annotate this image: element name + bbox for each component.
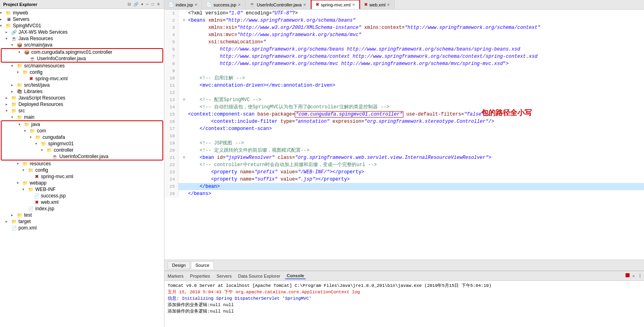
console-tab-data-source-explorer[interactable]: Data Source Explorer [237,273,282,279]
panel-title: Project Explorer [3,2,37,7]
expand-arrow[interactable]: ▾ [11,115,16,119]
tree-item-webinf[interactable]: ▾📁WEB-INF [0,186,164,193]
expand-arrow[interactable]: ▾ [6,109,10,113]
tree-item-label: main [24,114,34,120]
expand-arrow[interactable]: ▾ [24,129,29,133]
tree-item-webapp[interactable]: ▾📁webapp [0,180,164,186]
tree-item-java[interactable]: ▾📁java [2,121,162,128]
expand-arrow[interactable]: ▾ [35,142,40,146]
expand-arrow[interactable]: ▸ [6,30,10,34]
expand-arrow[interactable]: ▾ [18,122,23,126]
scroll-lock-icon[interactable]: | [638,273,642,279]
expand-arrow[interactable]: ▾ [17,162,22,166]
code-line-16: 16 <context:include-filter type="annotat… [164,118,644,125]
tab-web-xml[interactable]: ✖web.xml✕ [360,0,395,9]
tree-item-successjsp[interactable]: 📄success.jsp [0,193,164,199]
expand-arrow[interactable]: ▸ [6,102,10,106]
tree-item-myweb[interactable]: ▾📁myweb [0,10,164,16]
tab-spring-mvc-xml[interactable]: ✖spring-mvc.xml✕ [311,0,360,9]
clear-console-icon[interactable]: ✕ [631,273,636,279]
tree-item-resources[interactable]: ▾📁resources [0,160,164,167]
tree-item-srcmainjava[interactable]: ▾📦src/main/java [0,42,164,48]
console-tab-properties[interactable]: Properties [188,273,212,279]
tab-close-button[interactable]: ✕ [303,3,306,7]
expand-arrow[interactable]: ▸ [6,96,10,100]
tree-item-indexjsp[interactable]: 📄index.jsp [0,205,164,212]
tree-item-pomxml[interactable]: 📄pom.xml [0,225,164,231]
tree-item-target[interactable]: ▸📁target [0,218,164,225]
tree-item-springmvcxml2[interactable]: ✖spring-mvc.xml [0,173,164,180]
editor-panel: 📄index.jsp✕📄success.jsp✕☕UserInfoControl… [164,0,644,327]
tree-item-icon: ✖ [33,174,40,179]
collapse-all-icon[interactable]: ⊟ [127,2,132,7]
maximize-icon[interactable]: □ [151,2,155,7]
tree-item-src[interactable]: ▾📁src [0,108,164,114]
tree-item-springmvc01[interactable]: ▾📁SpingMVC01 [0,22,164,29]
tree-item-deployedresources[interactable]: ▸📁Deployed Resources [0,101,164,108]
tree-item-libraries[interactable]: ▸📚Libraries [0,88,164,95]
expand-arrow[interactable]: ▸ [0,17,5,21]
tree-item-label: WEB-INF [35,187,56,192]
tree-item-userinfocontroller[interactable]: ☕UserInfoController.java [2,55,162,62]
line-content-13: <!-- 配置SpringMVC --> [186,96,644,104]
expand-arrow[interactable]: ▾ [6,37,10,41]
tab-index-jsp[interactable]: 📄index.jsp✕ [164,0,202,9]
tree-item-icon: 🖥 [5,17,12,22]
tab-close-button[interactable]: ✕ [194,3,198,7]
tree-item-cungudafa[interactable]: ▾📁cungudafa [2,134,162,140]
line-number-11: 11 [164,82,178,89]
expand-arrow[interactable]: ▾ [17,181,22,185]
tab-userinfo-java[interactable]: ☕UserInfoController.java✕ [245,0,311,9]
expand-arrow[interactable]: ▾ [30,135,34,139]
tree-item-label: Java Resources [18,36,53,41]
tree-item-servers[interactable]: ▸🖥Servers [0,16,164,22]
design-tab-source[interactable]: Source [191,261,214,269]
tree-item-spingmvc01[interactable]: ▾📁spingmvc01 [2,140,162,147]
tree-item-controller-pkg[interactable]: ▾📦com.cungudafa.spingmvc01.controller [2,49,162,55]
tree-item-javaresources[interactable]: ▾☕Java Resources [0,35,164,42]
code-line-2: 2⊖<beans xmlns="http://www.springframewo… [164,17,644,24]
tree-item-srctestjava[interactable]: ▸📁src/test/java [0,82,164,88]
stop-icon[interactable] [626,273,630,277]
tree-item-config1[interactable]: ▾📁config [0,69,164,75]
close-icon[interactable]: ✕ [156,2,161,7]
line-number-24: 24 [164,176,178,183]
expand-arrow[interactable]: ▾ [11,43,16,47]
tree-item-webxml[interactable]: ✖web.xml [0,199,164,205]
expand-arrow[interactable]: ▸ [11,89,16,93]
tree-item-controller2[interactable]: ▾📁controller [2,147,162,153]
tree-item-label: UserInfoController.java [59,154,108,159]
expand-arrow[interactable]: ▾ [0,11,5,15]
tab-close-button[interactable]: ✕ [387,3,390,7]
tree-item-srcmainresources[interactable]: ▾📁src/main/resources [0,63,164,69]
expand-arrow[interactable]: ▾ [18,50,23,54]
tree-item-userinfocontroller2[interactable]: ☕UserInfoController.java [2,153,162,160]
expand-arrow[interactable]: ▾ [17,70,22,74]
code-editor[interactable]: 1<?xml version="1.0" encoding="UTF-8"?>2… [164,10,644,260]
tree-item-main[interactable]: ▾📁main [0,114,164,120]
tree-item-springmvcxml1[interactable]: ✖spring-mvc.xml [0,75,164,82]
tree-item-config2[interactable]: ▾📁config [0,167,164,173]
expand-arrow[interactable]: ▸ [11,83,16,87]
expand-arrow[interactable]: ▾ [22,187,27,191]
tree-item-jaxws[interactable]: ▸🔗JAX-WS Web Services [0,29,164,35]
expand-arrow[interactable]: ▾ [41,148,46,152]
expand-arrow[interactable]: ▾ [11,64,16,68]
menu-icon[interactable]: ▾ [140,2,144,7]
expand-arrow[interactable]: ▾ [0,24,5,28]
console-tab-console[interactable]: Console [285,273,306,279]
expand-arrow[interactable]: ▾ [22,168,27,172]
link-with-editor-icon[interactable]: 🔗 [133,2,139,7]
tab-close-button[interactable]: ✕ [238,3,241,7]
expand-arrow[interactable]: ▸ [11,213,16,217]
expand-arrow[interactable]: ▸ [6,219,10,223]
tree-item-test[interactable]: ▸📁test [0,212,164,218]
tab-success-jsp[interactable]: 📄success.jsp✕ [202,0,245,9]
tree-item-com[interactable]: ▾📁com [2,128,162,134]
console-tab-servers[interactable]: Servers [215,273,233,279]
tree-item-jsresources[interactable]: ▸📁JavaScript Resources [0,95,164,101]
tab-close-button[interactable]: ✕ [352,3,355,7]
console-tab-markers[interactable]: Markers [166,273,185,279]
minimize-icon[interactable]: ─ [145,2,150,7]
design-tab-design[interactable]: Design [168,261,190,269]
